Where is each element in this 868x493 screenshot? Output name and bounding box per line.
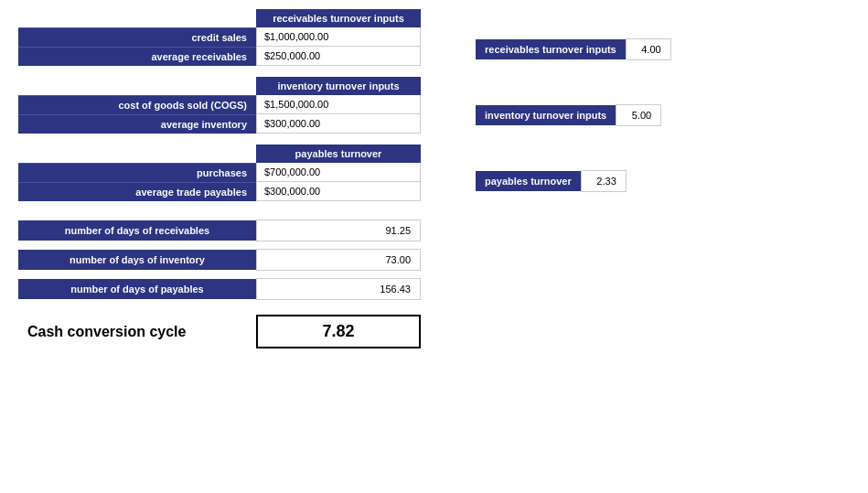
purchases-value[interactable]: $700,000.00 xyxy=(256,163,421,182)
avg-inventory-label: average inventory xyxy=(18,114,256,134)
payables-result-row: payables turnover 2.33 xyxy=(476,170,671,192)
receivables-result-label: receivables turnover inputs xyxy=(476,39,626,59)
cogs-value[interactable]: $1,500,000.00 xyxy=(256,95,421,114)
inventory-result-value[interactable]: 5.00 xyxy=(616,104,661,126)
cogs-label: cost of goods sold (COGS) xyxy=(18,95,256,114)
payables-result-label: payables turnover xyxy=(476,171,581,191)
ccc-value[interactable]: 7.82 xyxy=(256,315,421,348)
credit-sales-value[interactable]: $1,000,000.00 xyxy=(256,27,421,47)
metrics-section: number of days of receivables 91.25 numb… xyxy=(18,220,850,300)
inventory-table: inventory turnover inputs cost of goods … xyxy=(18,77,421,134)
days-receivables-label: number of days of receivables xyxy=(18,220,256,241)
avg-inventory-value[interactable]: $300,000.00 xyxy=(256,114,421,134)
avg-payables-value[interactable]: $300,000.00 xyxy=(256,182,421,201)
payables-result-value[interactable]: 2.33 xyxy=(581,170,627,192)
receivables-table: receivables turnover inputs credit sales… xyxy=(18,9,421,66)
days-inventory-row: number of days of inventory 73.00 xyxy=(18,249,850,271)
payables-header: payables turnover xyxy=(256,145,421,163)
receivables-result-row: receivables turnover inputs 4.00 xyxy=(476,38,671,60)
ccc-label: Cash conversion cycle xyxy=(18,324,256,340)
days-inventory-label: number of days of inventory xyxy=(18,250,256,270)
inventory-header: inventory turnover inputs xyxy=(256,77,421,95)
payables-table: payables turnover purchases $700,000.00 … xyxy=(18,145,421,201)
days-inventory-value[interactable]: 73.00 xyxy=(256,249,421,271)
days-payables-row: number of days of payables 156.43 xyxy=(18,278,850,300)
days-receivables-value[interactable]: 91.25 xyxy=(256,220,421,241)
receivables-result-value[interactable]: 4.00 xyxy=(626,38,671,60)
days-payables-label: number of days of payables xyxy=(18,279,256,299)
inventory-result-label: inventory turnover inputs xyxy=(476,105,616,125)
ccc-section: Cash conversion cycle 7.82 xyxy=(18,315,850,348)
inventory-result-row: inventory turnover inputs 5.00 xyxy=(476,104,671,126)
days-receivables-row: number of days of receivables 91.25 xyxy=(18,220,850,241)
days-payables-value[interactable]: 156.43 xyxy=(256,278,421,300)
avg-receivables-label: average receivables xyxy=(18,47,256,66)
results-column: receivables turnover inputs 4.00 invento… xyxy=(476,9,671,201)
receivables-header: receivables turnover inputs xyxy=(256,9,421,27)
credit-sales-label: credit sales xyxy=(18,27,256,47)
avg-payables-label: average trade payables xyxy=(18,182,256,201)
avg-receivables-value[interactable]: $250,000.00 xyxy=(256,47,421,66)
purchases-label: purchases xyxy=(18,163,256,182)
